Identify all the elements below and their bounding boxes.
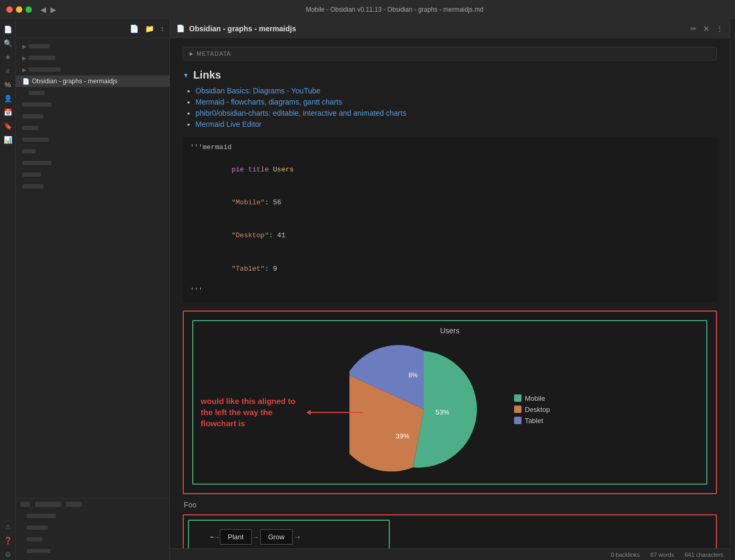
legend-mobile: Mobile (514, 394, 550, 402)
new-file-button[interactable]: 📄 (130, 24, 139, 33)
sidebar-item-5[interactable] (16, 99, 169, 110)
mobile-label: 53% (435, 408, 449, 416)
bookmark-icon[interactable]: 🔖 (2, 120, 14, 132)
blur (22, 126, 38, 130)
link-3[interactable]: phibr0/obsidian-charts: editable, intera… (195, 109, 406, 117)
sidebar-item-1[interactable]: ▶ (16, 40, 169, 52)
bottom-row-2[interactable] (20, 522, 165, 533)
sidebar-item-12[interactable] (16, 180, 169, 192)
grow-node: Grow (260, 529, 293, 545)
blur (22, 173, 41, 177)
arrow-svg (304, 407, 368, 418)
code-line-2: pie title Users (190, 153, 710, 186)
backlinks-count: 0 backlinks (611, 552, 639, 558)
fullscreen-button[interactable] (25, 6, 32, 13)
statusbar: 0 backlinks 87 words 641 characters (170, 548, 730, 560)
tablet-label-text: Tablet (525, 417, 543, 425)
warning-icon[interactable]: ⚠ (2, 521, 14, 532)
foo-label: Foo (183, 501, 717, 509)
annotation-area: would like this aligned to the left the … (201, 395, 368, 429)
item-label-blur (29, 44, 50, 48)
code-line-4: "Desktop": 41 (190, 220, 710, 253)
close-button[interactable] (6, 6, 13, 13)
bottom-row-4[interactable] (20, 545, 165, 557)
arrow-container (304, 407, 368, 418)
list-item: Mermaid - flowcharts, diagrams, gantt ch… (195, 98, 717, 106)
mobile-label-text: Mobile (525, 394, 545, 402)
chart-container: Users would like this aligned to the lef… (183, 311, 717, 494)
link-4[interactable]: Mermaid Live Editor (195, 120, 262, 128)
close-icon[interactable]: ✕ (703, 24, 710, 33)
code-line-6: ''' (190, 286, 710, 297)
legend-tablet: Tablet (514, 417, 550, 425)
titlebar-nav: ◀ ▶ (40, 5, 56, 14)
mobile-swatch (514, 394, 522, 402)
sidebar-item-11[interactable] (16, 169, 169, 180)
edit-icon[interactable]: ✏ (690, 24, 697, 33)
sidebar-item-7[interactable] (16, 122, 169, 134)
blur (22, 102, 52, 107)
minimize-button[interactable] (16, 6, 22, 13)
section-heading: ▼ Links (183, 69, 717, 81)
file-icon: 📄 (22, 78, 30, 85)
new-folder-button[interactable]: 📁 (145, 24, 154, 33)
sidebar-item-10[interactable] (16, 157, 169, 169)
blur (22, 114, 44, 118)
blur (20, 502, 30, 507)
desktop-label: 39% (396, 432, 409, 440)
blur (22, 149, 36, 153)
desktop-label-text: Desktop (525, 406, 550, 413)
bottom-row-3[interactable] (20, 533, 165, 545)
icon-rail: 📄 🔍 ★ # % 👤 📅 🔖 📊 ⚠ ❓ ⚙ (0, 19, 16, 560)
links-list: Obsidian Basics: Diagrams - YouTube Merm… (195, 87, 717, 128)
code-block: '''mermaid pie title Users "Mobile": 56 … (183, 137, 717, 302)
chart-icon[interactable]: 📊 (2, 134, 14, 145)
metadata-bar[interactable]: ▶ METADATA (183, 47, 717, 61)
link-1[interactable]: Obsidian Basics: Diagrams - YouTube (195, 87, 320, 95)
desktop-swatch (514, 406, 522, 413)
blur (27, 525, 48, 530)
sidebar-item-2[interactable]: ▶ (16, 52, 169, 64)
sidebar-item-6[interactable] (16, 110, 169, 122)
sidebar-item-3[interactable]: ▶ (16, 64, 169, 75)
sidebar-item-4[interactable] (16, 87, 169, 99)
sort-button[interactable]: ↕ (160, 24, 164, 33)
hash-icon[interactable]: # (2, 65, 14, 76)
active-item-label: Obsidian - graphs - mermaidjs (32, 77, 117, 85)
sidebar: 📄 📁 ↕ ▶ ▶ ▶ 📄 Obsi (16, 19, 170, 560)
forward-icon[interactable]: ▶ (50, 5, 56, 14)
new-file-icon[interactable]: 📄 (2, 23, 14, 35)
settings-icon[interactable]: ⚙ (2, 548, 14, 560)
sidebar-item-9[interactable] (16, 145, 169, 157)
blur (22, 137, 49, 142)
flowchart-container: → Plant → Grow ⇢ Seed Harvest (183, 514, 717, 548)
link-2[interactable]: Mermaid - flowcharts, diagrams, gantt ch… (195, 98, 342, 106)
search-icon[interactable]: 🔍 (2, 37, 14, 49)
traffic-lights (6, 6, 32, 13)
characters-count: 641 characters (685, 552, 723, 558)
bottom-row-1[interactable] (20, 510, 165, 522)
annotation-text-content: would like this aligned to the left the … (201, 395, 299, 429)
sidebar-item-8[interactable] (16, 134, 169, 145)
code-line-1: '''mermaid (190, 142, 710, 153)
percent-icon[interactable]: % (2, 79, 14, 90)
sidebar-item-active[interactable]: 📄 Obsidian - graphs - mermaidjs (16, 75, 169, 87)
editor-content: ▶ METADATA ▼ Links Obsidian Basics: Diag… (170, 38, 730, 548)
user-icon[interactable]: 👤 (2, 92, 14, 104)
more-icon[interactable]: ⋮ (716, 24, 723, 33)
help-icon[interactable]: ❓ (2, 535, 14, 546)
back-icon[interactable]: ◀ (40, 5, 46, 14)
arrow: → (252, 533, 260, 541)
titlebar-title: Mobile - Obsidian v0.11.13 - Obsidian - … (61, 6, 729, 13)
chevron-icon: ▶ (22, 44, 27, 49)
blur (22, 184, 44, 188)
chart-inner: Users would like this aligned to the lef… (192, 320, 707, 485)
right-handle (730, 19, 735, 560)
words-count: 87 words (651, 552, 674, 558)
topbar-actions: ✏ ✕ ⋮ (690, 24, 723, 33)
blur (66, 502, 82, 507)
star-icon[interactable]: ★ (2, 51, 14, 63)
blur (35, 502, 62, 507)
calendar-icon[interactable]: 📅 (2, 106, 14, 118)
collapse-icon[interactable]: ▼ (183, 72, 189, 79)
